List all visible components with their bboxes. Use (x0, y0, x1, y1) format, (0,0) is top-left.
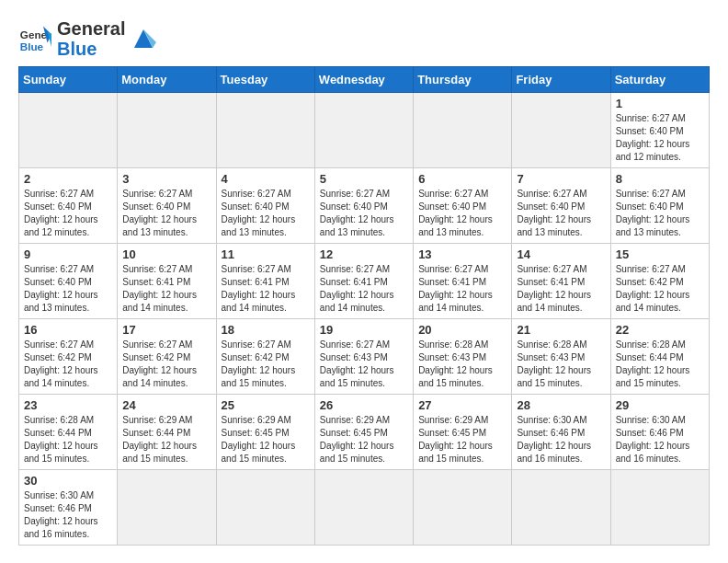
header-sunday: Sunday (19, 67, 118, 93)
day-cell-4-4: 27Sunrise: 6:29 AM Sunset: 6:45 PM Dayli… (414, 395, 512, 470)
day-info: Sunrise: 6:28 AM Sunset: 6:43 PM Dayligh… (418, 339, 506, 390)
day-number: 17 (122, 323, 210, 337)
day-info: Sunrise: 6:27 AM Sunset: 6:41 PM Dayligh… (517, 263, 605, 315)
day-number: 8 (616, 172, 704, 186)
day-number: 30 (24, 474, 112, 488)
day-cell-4-0: 23Sunrise: 6:28 AM Sunset: 6:44 PM Dayli… (19, 395, 118, 470)
day-cell-3-6: 22Sunrise: 6:28 AM Sunset: 6:44 PM Dayli… (610, 319, 709, 395)
day-cell-3-0: 16Sunrise: 6:27 AM Sunset: 6:42 PM Dayli… (19, 319, 118, 395)
day-number: 27 (418, 398, 506, 412)
day-info: Sunrise: 6:27 AM Sunset: 6:41 PM Dayligh… (320, 263, 408, 315)
day-number: 29 (616, 398, 704, 412)
day-cell-4-3: 26Sunrise: 6:29 AM Sunset: 6:45 PM Dayli… (314, 395, 413, 470)
logo-icon: General Blue (18, 22, 51, 55)
logo: General Blue General Blue (18, 18, 156, 59)
day-info: Sunrise: 6:30 AM Sunset: 6:46 PM Dayligh… (616, 414, 704, 465)
header-wednesday: Wednesday (314, 67, 413, 93)
week-row-0: 1Sunrise: 6:27 AM Sunset: 6:40 PM Daylig… (19, 93, 710, 168)
day-cell-4-6: 29Sunrise: 6:30 AM Sunset: 6:46 PM Dayli… (610, 395, 709, 470)
calendar-header-row: SundayMondayTuesdayWednesdayThursdayFrid… (19, 67, 710, 93)
day-cell-1-1: 3Sunrise: 6:27 AM Sunset: 6:40 PM Daylig… (118, 168, 216, 244)
header-saturday: Saturday (610, 67, 709, 93)
day-info: Sunrise: 6:29 AM Sunset: 6:45 PM Dayligh… (222, 414, 310, 465)
week-row-5: 30Sunrise: 6:30 AM Sunset: 6:46 PM Dayli… (19, 470, 710, 546)
day-info: Sunrise: 6:28 AM Sunset: 6:44 PM Dayligh… (24, 414, 112, 465)
header-monday: Monday (118, 67, 216, 93)
logo-general-text: General (57, 18, 125, 39)
day-cell-2-2: 11Sunrise: 6:27 AM Sunset: 6:41 PM Dayli… (216, 244, 314, 319)
day-cell-0-1 (118, 93, 216, 168)
logo-blue-text: Blue (57, 39, 125, 59)
day-number: 2 (24, 172, 112, 186)
day-cell-5-4 (414, 470, 512, 546)
day-number: 9 (24, 247, 112, 261)
day-cell-2-4: 13Sunrise: 6:27 AM Sunset: 6:41 PM Dayli… (414, 244, 512, 319)
day-cell-5-1 (118, 470, 216, 546)
day-cell-2-5: 14Sunrise: 6:27 AM Sunset: 6:41 PM Dayli… (512, 244, 610, 319)
header-thursday: Thursday (414, 67, 512, 93)
day-number: 6 (418, 172, 506, 186)
day-cell-3-2: 18Sunrise: 6:27 AM Sunset: 6:42 PM Dayli… (216, 319, 314, 395)
day-cell-0-5 (512, 93, 610, 168)
day-number: 3 (122, 172, 210, 186)
day-number: 1 (616, 97, 704, 110)
day-info: Sunrise: 6:27 AM Sunset: 6:40 PM Dayligh… (24, 263, 112, 315)
day-cell-5-2 (216, 470, 314, 546)
day-number: 20 (418, 323, 506, 337)
day-number: 19 (320, 323, 408, 337)
day-number: 7 (517, 172, 605, 186)
week-row-2: 9Sunrise: 6:27 AM Sunset: 6:40 PM Daylig… (19, 244, 710, 319)
day-info: Sunrise: 6:27 AM Sunset: 6:42 PM Dayligh… (222, 339, 310, 390)
day-cell-4-2: 25Sunrise: 6:29 AM Sunset: 6:45 PM Dayli… (216, 395, 314, 470)
day-cell-4-5: 28Sunrise: 6:30 AM Sunset: 6:46 PM Dayli… (512, 395, 610, 470)
day-info: Sunrise: 6:27 AM Sunset: 6:41 PM Dayligh… (122, 263, 210, 315)
day-info: Sunrise: 6:27 AM Sunset: 6:43 PM Dayligh… (320, 339, 408, 390)
day-cell-0-2 (216, 93, 314, 168)
day-cell-1-3: 5Sunrise: 6:27 AM Sunset: 6:40 PM Daylig… (314, 168, 413, 244)
day-number: 16 (24, 323, 112, 337)
day-number: 4 (222, 172, 310, 186)
day-info: Sunrise: 6:27 AM Sunset: 6:40 PM Dayligh… (616, 112, 704, 164)
day-info: Sunrise: 6:28 AM Sunset: 6:43 PM Dayligh… (517, 339, 605, 390)
calendar-table: SundayMondayTuesdayWednesdayThursdayFrid… (18, 66, 710, 546)
week-row-1: 2Sunrise: 6:27 AM Sunset: 6:40 PM Daylig… (19, 168, 710, 244)
day-number: 5 (320, 172, 408, 186)
day-number: 21 (517, 323, 605, 337)
day-number: 28 (517, 398, 605, 412)
header-friday: Friday (512, 67, 610, 93)
day-info: Sunrise: 6:29 AM Sunset: 6:44 PM Dayligh… (122, 414, 210, 465)
day-info: Sunrise: 6:27 AM Sunset: 6:42 PM Dayligh… (616, 263, 704, 315)
day-cell-0-6: 1Sunrise: 6:27 AM Sunset: 6:40 PM Daylig… (610, 93, 709, 168)
day-info: Sunrise: 6:27 AM Sunset: 6:42 PM Dayligh… (122, 339, 210, 390)
day-cell-3-5: 21Sunrise: 6:28 AM Sunset: 6:43 PM Dayli… (512, 319, 610, 395)
day-cell-3-3: 19Sunrise: 6:27 AM Sunset: 6:43 PM Dayli… (314, 319, 413, 395)
day-number: 15 (616, 247, 704, 261)
day-info: Sunrise: 6:28 AM Sunset: 6:44 PM Dayligh… (616, 339, 704, 390)
day-cell-0-3 (314, 93, 413, 168)
day-cell-2-6: 15Sunrise: 6:27 AM Sunset: 6:42 PM Dayli… (610, 244, 709, 319)
day-info: Sunrise: 6:27 AM Sunset: 6:40 PM Dayligh… (222, 188, 310, 239)
svg-text:Blue: Blue (20, 40, 44, 52)
day-info: Sunrise: 6:27 AM Sunset: 6:40 PM Dayligh… (616, 188, 704, 239)
day-number: 10 (122, 247, 210, 261)
day-number: 22 (616, 323, 704, 337)
day-cell-1-4: 6Sunrise: 6:27 AM Sunset: 6:40 PM Daylig… (414, 168, 512, 244)
day-number: 18 (222, 323, 310, 337)
day-cell-1-0: 2Sunrise: 6:27 AM Sunset: 6:40 PM Daylig… (19, 168, 118, 244)
day-info: Sunrise: 6:30 AM Sunset: 6:46 PM Dayligh… (24, 489, 112, 541)
day-cell-2-0: 9Sunrise: 6:27 AM Sunset: 6:40 PM Daylig… (19, 244, 118, 319)
day-cell-5-0: 30Sunrise: 6:30 AM Sunset: 6:46 PM Dayli… (19, 470, 118, 546)
week-row-3: 16Sunrise: 6:27 AM Sunset: 6:42 PM Dayli… (19, 319, 710, 395)
day-cell-5-5 (512, 470, 610, 546)
day-number: 25 (222, 398, 310, 412)
day-cell-2-3: 12Sunrise: 6:27 AM Sunset: 6:41 PM Dayli… (314, 244, 413, 319)
day-cell-4-1: 24Sunrise: 6:29 AM Sunset: 6:44 PM Dayli… (118, 395, 216, 470)
header-tuesday: Tuesday (216, 67, 314, 93)
day-info: Sunrise: 6:27 AM Sunset: 6:40 PM Dayligh… (122, 188, 210, 239)
day-cell-2-1: 10Sunrise: 6:27 AM Sunset: 6:41 PM Dayli… (118, 244, 216, 319)
week-row-4: 23Sunrise: 6:28 AM Sunset: 6:44 PM Dayli… (19, 395, 710, 470)
day-info: Sunrise: 6:27 AM Sunset: 6:42 PM Dayligh… (24, 339, 112, 390)
day-cell-3-4: 20Sunrise: 6:28 AM Sunset: 6:43 PM Dayli… (414, 319, 512, 395)
logo-triangle-icon (131, 26, 156, 52)
day-cell-1-6: 8Sunrise: 6:27 AM Sunset: 6:40 PM Daylig… (610, 168, 709, 244)
